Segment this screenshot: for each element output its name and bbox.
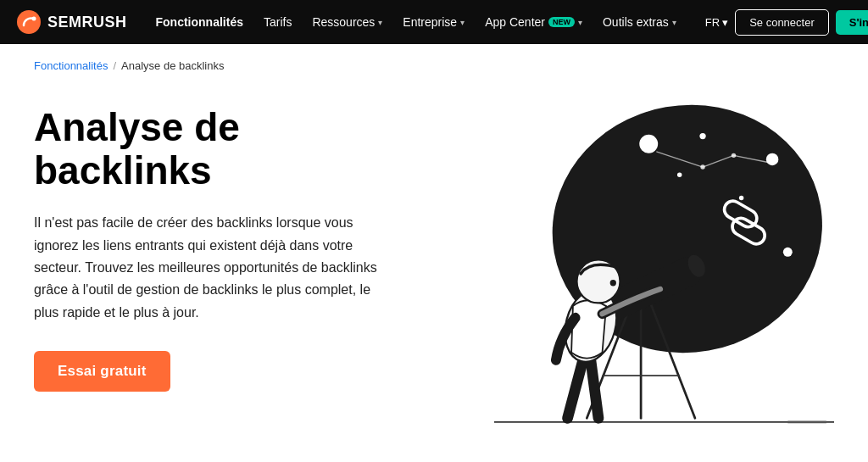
nav-right: FR ▾ Se connecter S'inscrire	[705, 9, 868, 36]
signup-button[interactable]: S'inscrire	[836, 10, 868, 35]
nav-item-outils[interactable]: Outils extras ▾	[594, 10, 685, 34]
chevron-down-icon: ▾	[378, 18, 382, 27]
svg-line-24	[568, 360, 583, 418]
nav-item-appcenter[interactable]: App Center new ▾	[476, 10, 591, 34]
nav-links: Fonctionnalités Tarifs Ressources ▾ Entr…	[147, 10, 685, 34]
main-content: Analyse de backlinks Il n'est pas facile…	[0, 72, 868, 430]
page-title: Analyse de backlinks	[34, 106, 398, 192]
chevron-down-icon: ▾	[722, 16, 728, 29]
svg-point-15	[732, 153, 736, 158]
breadcrumb-parent[interactable]: Fonctionnalités	[34, 59, 108, 72]
chevron-down-icon: ▾	[460, 18, 465, 27]
nav-item-fonctionnalites[interactable]: Fonctionnalités	[147, 10, 252, 34]
nav-item-ressources[interactable]: Ressources ▾	[303, 10, 391, 34]
breadcrumb: Fonctionnalités / Analyse de backlinks	[0, 44, 868, 72]
trial-button[interactable]: Essai gratuit	[34, 351, 170, 392]
svg-point-5	[783, 248, 793, 257]
svg-point-1	[32, 17, 36, 21]
language-selector[interactable]: FR ▾	[705, 16, 728, 29]
svg-point-6	[699, 133, 705, 139]
svg-point-0	[17, 10, 41, 34]
logo-text: SEMRUSH	[47, 14, 127, 31]
svg-point-7	[739, 196, 743, 200]
login-button[interactable]: Se connecter	[735, 9, 829, 36]
hero-illustration	[432, 97, 834, 430]
breadcrumb-current: Analyse de backlinks	[121, 59, 224, 72]
svg-point-28	[610, 280, 616, 286]
content-left: Analyse de backlinks Il n'est pas facile…	[34, 97, 398, 392]
svg-point-3	[639, 135, 658, 153]
logo[interactable]: SEMRUSH	[17, 10, 127, 34]
chevron-down-icon: ▾	[578, 18, 582, 27]
content-right	[432, 97, 834, 430]
new-badge: new	[548, 17, 575, 27]
svg-point-8	[677, 172, 682, 176]
svg-point-4	[766, 153, 779, 166]
svg-point-14	[700, 164, 704, 169]
navbar: SEMRUSH Fonctionnalités Tarifs Ressource…	[0, 0, 868, 44]
breadcrumb-separator: /	[113, 59, 116, 72]
chevron-down-icon: ▾	[672, 18, 676, 27]
nav-item-entreprise[interactable]: Entreprise ▾	[394, 10, 473, 34]
svg-line-25	[591, 360, 598, 418]
page-description: Il n'est pas facile de créer des backlin…	[34, 212, 398, 324]
nav-item-tarifs[interactable]: Tarifs	[255, 10, 300, 34]
